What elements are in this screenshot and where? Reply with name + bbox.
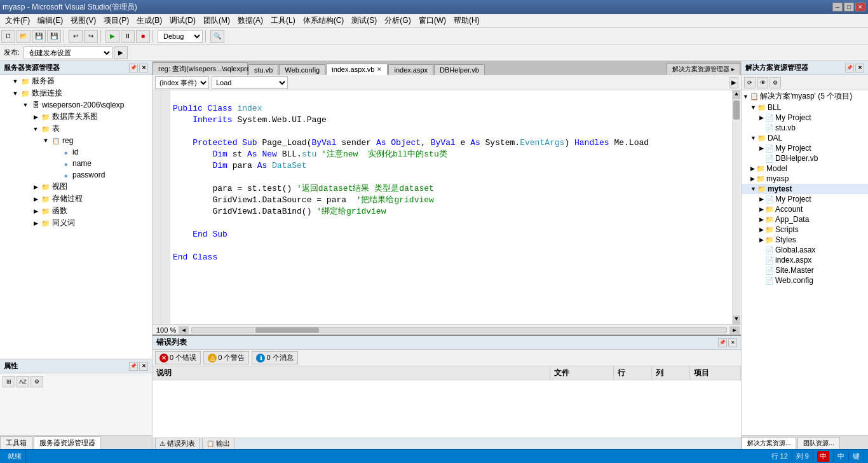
error-panel-pin-btn[interactable]: 📌 (718, 338, 727, 347)
menu-file[interactable]: 文件(F) (1, 14, 34, 27)
tab-server-explorer[interactable]: 服务器资源管理器 (34, 436, 101, 449)
menu-analyze[interactable]: 分析(G) (381, 14, 414, 27)
sol-tab-solution[interactable]: 解决方案资源... (742, 437, 796, 449)
vscroll[interactable]: ▲ ▼ (733, 90, 740, 324)
debug-config-dropdown[interactable]: Debug Release (158, 30, 203, 43)
minimize-button[interactable]: ─ (832, 3, 843, 11)
sol-web-config[interactable]: ▶ 📄 Web.config (742, 275, 868, 286)
tab-stu-vb[interactable]: stu.vb (248, 64, 278, 75)
event-selector[interactable]: (index 事件) (155, 76, 209, 89)
menu-data[interactable]: 数据(A) (234, 14, 267, 27)
sol-root[interactable]: ▼ 📋 解决方案'myasp' (5 个项目) (742, 90, 868, 102)
sol-myasp[interactable]: ▶ 📁 myasp (742, 174, 868, 184)
tree-item-sprocs[interactable]: ▶ 存储过程 (0, 193, 152, 205)
hscroll-right[interactable]: ► (729, 326, 740, 334)
sol-styles[interactable]: ▶ 📁 Styles (742, 235, 868, 245)
handler-selector[interactable]: Load (212, 76, 288, 89)
se-pin-btn[interactable]: 📌 (129, 64, 138, 73)
tab-dbhelper-vb[interactable]: DBHelper.vb (434, 64, 485, 75)
sol-mytest[interactable]: ▼ 📁 mytest (742, 184, 868, 194)
sol-bll-myproject[interactable]: ▶ 📄 My Project (742, 113, 868, 123)
error-list-footer-btn[interactable]: ⚠ 错误列表 (155, 438, 200, 449)
tree-item-servers[interactable]: ▼ 服务器 (0, 75, 152, 87)
code-editor[interactable]: Public Class index Inherits System.Web.U… (170, 90, 732, 324)
publish-btn[interactable]: ▶ (114, 46, 128, 59)
tree-item-connections[interactable]: ▼ 数据连接 (0, 87, 152, 99)
close-button[interactable]: ✕ (855, 3, 865, 11)
props-alpha-btn[interactable]: AZ (17, 376, 29, 387)
redo-btn[interactable]: ↪ (84, 30, 98, 43)
tree-item-id[interactable]: id (0, 146, 152, 158)
tree-item-reg[interactable]: ▼ reg (0, 135, 152, 146)
sol-bll[interactable]: ▼ 📁 BLL (742, 102, 868, 113)
search-btn[interactable]: 🔍 (210, 30, 224, 43)
error-panel-close-btn[interactable]: ✕ (728, 338, 737, 347)
sol-stu-vb[interactable]: ▶ 📄 stu.vb (742, 123, 868, 133)
hscroll-thumb[interactable] (255, 328, 319, 333)
save-btn[interactable]: 💾 (32, 30, 46, 43)
props-close-btn[interactable]: ✕ (139, 362, 148, 371)
props-props-btn[interactable]: ⚙ (31, 376, 43, 387)
sol-tab-team[interactable]: 团队资源... (797, 437, 839, 449)
tree-item-diagrams[interactable]: ▶ 数据库关系图 (0, 111, 152, 123)
sol-index-aspx[interactable]: ▶ 📄 index.aspx (742, 255, 868, 265)
props-sort-btn[interactable]: ⊞ (3, 376, 15, 387)
pause-btn[interactable]: ⏸ (121, 30, 135, 43)
menu-debug[interactable]: 调试(D) (166, 14, 200, 27)
code-scroll-right[interactable]: ▲ ▼ (732, 90, 741, 324)
filter-errors-btn[interactable]: ✕ 0 个错误 (155, 351, 201, 364)
undo-btn[interactable]: ↩ (69, 30, 83, 43)
sol-mytest-myproject[interactable]: ▶ 📄 My Project (742, 194, 868, 204)
tab-toolbox[interactable]: 工具箱 (0, 436, 32, 449)
publish-config-dropdown[interactable]: 创建发布设置 (24, 46, 112, 59)
hscroll-track[interactable] (191, 327, 727, 333)
sol-dal-myproject[interactable]: ▶ 📄 My Project (742, 143, 868, 153)
output-footer-btn[interactable]: 📋 输出 (202, 438, 234, 449)
ime-zh[interactable]: 中 (817, 451, 829, 462)
sol-pin-btn[interactable]: 📌 (845, 64, 854, 73)
save-all-btn[interactable]: 💾 (47, 30, 61, 43)
vscroll-up[interactable]: ▲ (733, 90, 740, 99)
sol-scripts[interactable]: ▶ 📁 Scripts (742, 225, 868, 235)
tree-item-name[interactable]: name (0, 158, 152, 169)
menu-project[interactable]: 项目(P) (100, 14, 133, 27)
sol-model[interactable]: ▶ 📁 Model (742, 163, 868, 174)
menu-team[interactable]: 团队(M) (200, 14, 234, 27)
solution-explorer-tab-right[interactable]: 解决方案资源管理器 ▸ (667, 63, 740, 75)
props-pin-btn[interactable]: 📌 (129, 362, 138, 371)
sol-app-data[interactable]: ▶ 📁 App_Data (742, 214, 868, 225)
tab-close-index-aspx-vb[interactable]: ✕ (377, 66, 382, 73)
tab-web-config[interactable]: Web.config (279, 64, 325, 75)
menu-test[interactable]: 测试(S) (348, 14, 381, 27)
sol-global-asax[interactable]: ▶ 📄 Global.asax (742, 245, 868, 255)
tree-item-password[interactable]: password (0, 169, 152, 181)
tab-reg-query[interactable]: reg: 查询(wisepers...\sqlexpress.tom) (153, 62, 248, 75)
menu-window[interactable]: 窗口(W) (415, 14, 450, 27)
sol-dal[interactable]: ▼ 📁 DAL (742, 133, 868, 143)
new-project-btn[interactable]: 🗋 (1, 30, 15, 43)
scroll-right-btn[interactable]: ▶ (729, 77, 738, 88)
stop-btn[interactable]: ■ (136, 30, 150, 43)
tab-index-aspx[interactable]: index.aspx (388, 64, 433, 75)
sol-site-master[interactable]: ▶ 📄 Site.Master (742, 265, 868, 275)
menu-help[interactable]: 帮助(H) (450, 14, 484, 27)
open-btn[interactable]: 📂 (17, 30, 31, 43)
se-close-btn[interactable]: ✕ (139, 64, 148, 73)
maximize-button[interactable]: □ (844, 3, 854, 11)
vscroll-down[interactable]: ▼ (733, 315, 740, 324)
tab-index-aspx-vb[interactable]: index.aspx.vb ✕ (326, 64, 388, 75)
sol-props-btn[interactable]: ⚙ (770, 77, 781, 88)
tree-item-tables[interactable]: ▼ 表 (0, 123, 152, 135)
menu-edit[interactable]: 编辑(E) (34, 14, 67, 27)
hscroll-left[interactable]: ◄ (179, 326, 189, 334)
menu-view[interactable]: 视图(V) (67, 14, 100, 27)
sol-close-btn[interactable]: ✕ (855, 64, 864, 73)
sol-account[interactable]: ▶ 📁 Account (742, 204, 868, 214)
menu-build[interactable]: 生成(B) (133, 14, 166, 27)
tree-item-views[interactable]: ▶ 视图 (0, 181, 152, 193)
sol-refresh-btn[interactable]: ⟳ (744, 77, 756, 88)
sol-show-all-btn[interactable]: 👁 (757, 77, 768, 88)
vscroll-thumb[interactable] (733, 100, 740, 120)
filter-warnings-btn[interactable]: △ 0 个警告 (203, 351, 249, 364)
run-btn[interactable]: ▶ (105, 30, 119, 43)
